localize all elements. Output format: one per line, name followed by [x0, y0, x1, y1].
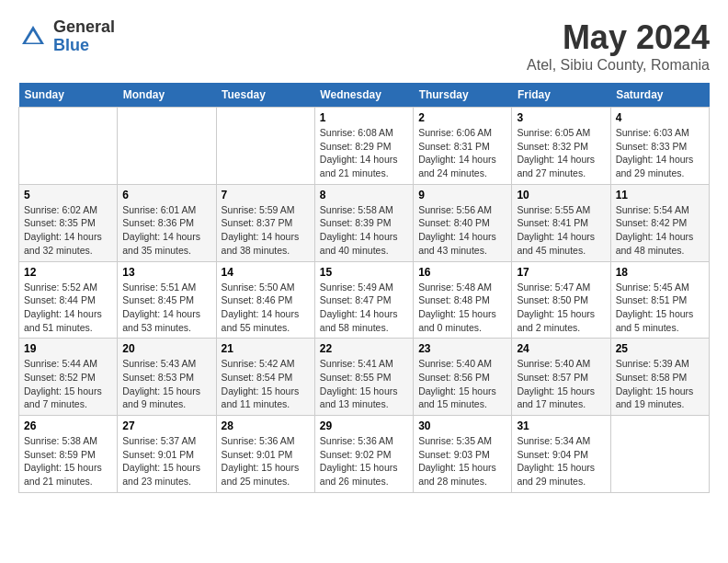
- calendar-header-sunday: Sunday: [19, 83, 118, 108]
- calendar-cell: 31Sunrise: 5:34 AMSunset: 9:04 PMDayligh…: [512, 416, 610, 493]
- calendar-cell: [118, 108, 216, 185]
- calendar-cell: 8Sunrise: 5:58 AMSunset: 8:39 PMDaylight…: [314, 184, 413, 261]
- calendar-week-1: 1Sunrise: 6:08 AMSunset: 8:29 PMDaylight…: [19, 108, 710, 185]
- calendar-cell: 16Sunrise: 5:48 AMSunset: 8:48 PMDayligh…: [414, 261, 512, 339]
- day-number: 31: [517, 419, 605, 432]
- day-info: Sunrise: 5:45 AMSunset: 8:51 PMDaylight:…: [616, 281, 704, 335]
- calendar-location: Atel, Sibiu County, Romania: [527, 57, 710, 74]
- calendar-cell: 23Sunrise: 5:40 AMSunset: 8:56 PMDayligh…: [414, 339, 512, 416]
- calendar-header-tuesday: Tuesday: [216, 83, 314, 108]
- day-info: Sunrise: 6:02 AMSunset: 8:35 PMDaylight:…: [24, 203, 112, 258]
- logo: General Blue: [18, 18, 115, 55]
- day-number: 16: [418, 266, 506, 279]
- day-info: Sunrise: 5:43 AMSunset: 8:53 PMDaylight:…: [122, 357, 210, 411]
- calendar-cell: 21Sunrise: 5:42 AMSunset: 8:54 PMDayligh…: [216, 339, 314, 416]
- calendar-header-thursday: Thursday: [414, 83, 512, 108]
- day-info: Sunrise: 5:55 AMSunset: 8:41 PMDaylight:…: [517, 203, 605, 258]
- calendar-cell: 6Sunrise: 6:01 AMSunset: 8:36 PMDaylight…: [118, 184, 216, 261]
- calendar-cell: [610, 416, 709, 493]
- day-info: Sunrise: 6:03 AMSunset: 8:33 PMDaylight:…: [616, 126, 704, 180]
- calendar-cell: 17Sunrise: 5:47 AMSunset: 8:50 PMDayligh…: [512, 261, 610, 339]
- calendar-week-2: 5Sunrise: 6:02 AMSunset: 8:35 PMDaylight…: [19, 184, 710, 261]
- day-info: Sunrise: 5:44 AMSunset: 8:52 PMDaylight:…: [24, 357, 112, 411]
- calendar-cell: 15Sunrise: 5:49 AMSunset: 8:47 PMDayligh…: [314, 261, 413, 339]
- calendar-week-5: 26Sunrise: 5:38 AMSunset: 8:59 PMDayligh…: [19, 416, 710, 493]
- day-number: 29: [320, 419, 408, 432]
- day-number: 28: [222, 419, 310, 432]
- calendar-cell: [216, 108, 314, 185]
- calendar-cell: 25Sunrise: 5:39 AMSunset: 8:58 PMDayligh…: [610, 339, 709, 416]
- calendar-cell: 14Sunrise: 5:50 AMSunset: 8:46 PMDayligh…: [216, 261, 314, 339]
- calendar-cell: 30Sunrise: 5:35 AMSunset: 9:03 PMDayligh…: [414, 416, 512, 493]
- calendar-cell: 4Sunrise: 6:03 AMSunset: 8:33 PMDaylight…: [610, 108, 709, 185]
- day-number: 6: [122, 189, 210, 201]
- day-number: 8: [320, 189, 408, 201]
- day-number: 15: [320, 266, 408, 279]
- day-number: 20: [122, 342, 210, 355]
- day-number: 27: [122, 419, 210, 432]
- logo-icon: [18, 22, 48, 52]
- day-info: Sunrise: 5:59 AMSunset: 8:37 PMDaylight:…: [222, 203, 310, 258]
- calendar-cell: 1Sunrise: 6:08 AMSunset: 8:29 PMDaylight…: [314, 108, 413, 185]
- page-header: General Blue May 2024 Atel, Sibiu County…: [18, 18, 710, 74]
- calendar-cell: 12Sunrise: 5:52 AMSunset: 8:44 PMDayligh…: [19, 261, 118, 339]
- day-info: Sunrise: 5:40 AMSunset: 8:56 PMDaylight:…: [418, 357, 506, 411]
- day-number: 26: [24, 419, 112, 432]
- day-number: 21: [222, 342, 310, 355]
- calendar-cell: 20Sunrise: 5:43 AMSunset: 8:53 PMDayligh…: [118, 339, 216, 416]
- calendar-cell: 5Sunrise: 6:02 AMSunset: 8:35 PMDaylight…: [19, 184, 118, 261]
- day-number: 12: [24, 266, 112, 279]
- calendar-cell: 22Sunrise: 5:41 AMSunset: 8:55 PMDayligh…: [314, 339, 413, 416]
- logo-text: General Blue: [53, 18, 115, 55]
- calendar-header-friday: Friday: [512, 83, 610, 108]
- calendar-week-3: 12Sunrise: 5:52 AMSunset: 8:44 PMDayligh…: [19, 261, 710, 339]
- day-info: Sunrise: 5:52 AMSunset: 8:44 PMDaylight:…: [24, 281, 112, 335]
- calendar-cell: 10Sunrise: 5:55 AMSunset: 8:41 PMDayligh…: [512, 184, 610, 261]
- day-info: Sunrise: 5:40 AMSunset: 8:57 PMDaylight:…: [517, 357, 605, 411]
- day-number: 23: [418, 342, 506, 355]
- calendar-title: May 2024: [527, 18, 710, 57]
- day-info: Sunrise: 5:37 AMSunset: 9:01 PMDaylight:…: [122, 434, 210, 488]
- calendar-cell: 2Sunrise: 6:06 AMSunset: 8:31 PMDaylight…: [414, 108, 512, 185]
- calendar-cell: 24Sunrise: 5:40 AMSunset: 8:57 PMDayligh…: [512, 339, 610, 416]
- day-number: 11: [616, 189, 704, 201]
- day-number: 2: [418, 111, 506, 124]
- logo-general-text: General: [53, 18, 115, 37]
- day-number: 17: [517, 266, 605, 279]
- calendar-header-row: SundayMondayTuesdayWednesdayThursdayFrid…: [19, 83, 710, 108]
- calendar-cell: 11Sunrise: 5:54 AMSunset: 8:42 PMDayligh…: [610, 184, 709, 261]
- day-number: 18: [616, 266, 704, 279]
- day-number: 5: [24, 189, 112, 201]
- day-info: Sunrise: 5:54 AMSunset: 8:42 PMDaylight:…: [616, 203, 704, 258]
- day-info: Sunrise: 5:38 AMSunset: 8:59 PMDaylight:…: [24, 434, 112, 488]
- day-number: 4: [616, 111, 704, 124]
- calendar-cell: 13Sunrise: 5:51 AMSunset: 8:45 PMDayligh…: [118, 261, 216, 339]
- day-info: Sunrise: 5:56 AMSunset: 8:40 PMDaylight:…: [418, 203, 506, 258]
- day-info: Sunrise: 5:49 AMSunset: 8:47 PMDaylight:…: [320, 281, 408, 335]
- day-info: Sunrise: 5:48 AMSunset: 8:48 PMDaylight:…: [418, 281, 506, 335]
- calendar-cell: 18Sunrise: 5:45 AMSunset: 8:51 PMDayligh…: [610, 261, 709, 339]
- calendar-cell: 3Sunrise: 6:05 AMSunset: 8:32 PMDaylight…: [512, 108, 610, 185]
- day-info: Sunrise: 6:01 AMSunset: 8:36 PMDaylight:…: [122, 203, 210, 258]
- calendar-cell: 27Sunrise: 5:37 AMSunset: 9:01 PMDayligh…: [118, 416, 216, 493]
- day-number: 1: [320, 111, 408, 124]
- day-info: Sunrise: 5:41 AMSunset: 8:55 PMDaylight:…: [320, 357, 408, 411]
- day-number: 14: [222, 266, 310, 279]
- day-number: 19: [24, 342, 112, 355]
- calendar-cell: 26Sunrise: 5:38 AMSunset: 8:59 PMDayligh…: [19, 416, 118, 493]
- calendar-header-saturday: Saturday: [610, 83, 709, 108]
- day-number: 10: [517, 189, 605, 201]
- day-info: Sunrise: 6:06 AMSunset: 8:31 PMDaylight:…: [418, 126, 506, 180]
- day-info: Sunrise: 5:58 AMSunset: 8:39 PMDaylight:…: [320, 203, 408, 258]
- calendar-cell: 28Sunrise: 5:36 AMSunset: 9:01 PMDayligh…: [216, 416, 314, 493]
- calendar-cell: 9Sunrise: 5:56 AMSunset: 8:40 PMDaylight…: [414, 184, 512, 261]
- day-info: Sunrise: 5:36 AMSunset: 9:01 PMDaylight:…: [222, 434, 310, 488]
- calendar-header-monday: Monday: [118, 83, 216, 108]
- calendar-cell: 19Sunrise: 5:44 AMSunset: 8:52 PMDayligh…: [19, 339, 118, 416]
- day-number: 13: [122, 266, 210, 279]
- logo-blue-text: Blue: [53, 37, 115, 55]
- day-info: Sunrise: 5:35 AMSunset: 9:03 PMDaylight:…: [418, 434, 506, 488]
- day-number: 25: [616, 342, 704, 355]
- calendar-cell: 29Sunrise: 5:36 AMSunset: 9:02 PMDayligh…: [314, 416, 413, 493]
- day-number: 7: [222, 189, 310, 201]
